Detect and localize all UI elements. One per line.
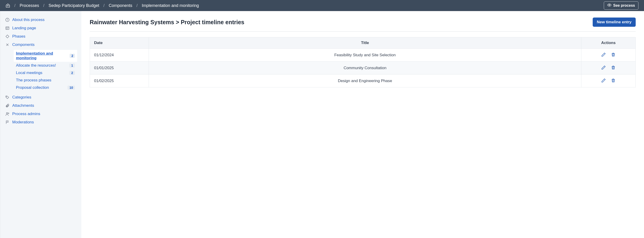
edit-button[interactable] xyxy=(601,78,606,84)
sidebar-item-moderations[interactable]: Moderations xyxy=(4,118,77,126)
breadcrumb-process-name[interactable]: Sedep Participatory Budget xyxy=(48,3,99,8)
svg-point-0 xyxy=(8,5,8,6)
sidebar-sub-allocate[interactable]: Allocate the resources! 1 xyxy=(14,62,77,69)
sidebar-item-landing[interactable]: Landing page xyxy=(4,24,77,32)
table-row: 01/01/2025Community Consultation xyxy=(90,62,636,75)
col-title: Title xyxy=(149,37,581,49)
cell-date: 01/01/2025 xyxy=(90,62,149,75)
cell-actions xyxy=(581,75,636,87)
trash-icon xyxy=(611,80,616,84)
timeline-table: Date Title Actions 01/12/2024Feasibility… xyxy=(90,37,636,87)
sidebar: About this process Landing page Phases xyxy=(0,11,81,238)
trash-icon xyxy=(611,67,616,71)
main-content: Rainwater Harvesting Systems > Project t… xyxy=(81,11,644,238)
eye-icon xyxy=(607,3,612,8)
svg-point-10 xyxy=(8,113,9,114)
components-sublist: Implementation and monitoring 2 Allocate… xyxy=(14,50,77,91)
see-process-button[interactable]: See process xyxy=(604,1,638,10)
breadcrumb-separator: / xyxy=(136,3,138,8)
col-actions: Actions xyxy=(581,37,636,49)
sidebar-item-phases[interactable]: Phases xyxy=(4,32,77,41)
count-badge: 2 xyxy=(69,71,75,75)
svg-rect-5 xyxy=(6,27,9,29)
edit-button[interactable] xyxy=(601,52,606,58)
svg-point-4 xyxy=(8,19,8,19)
sidebar-label: Landing page xyxy=(12,26,36,30)
sidebar-label: About this process xyxy=(12,17,44,22)
sidebar-sub-process-phases[interactable]: The process phases xyxy=(14,77,77,84)
sidebar-item-process-admins[interactable]: Process admins xyxy=(4,110,77,118)
count-badge: 2 xyxy=(70,54,75,58)
table-row: 01/02/2025Design and Engineering Phase xyxy=(90,75,636,87)
sidebar-item-categories[interactable]: Categories xyxy=(4,93,77,102)
delete-button[interactable] xyxy=(610,52,616,58)
sidebar-label: Moderations xyxy=(12,120,34,124)
new-timeline-entry-button[interactable]: New timeline entry xyxy=(593,17,636,27)
sidebar-label: Phases xyxy=(12,34,26,39)
pencil-icon xyxy=(601,80,606,84)
user-icon xyxy=(5,112,10,116)
cell-title: Design and Engineering Phase xyxy=(149,75,581,87)
topbar: / Processes / Sedep Participatory Budget… xyxy=(0,0,644,11)
cell-title: Feasibility Study and Site Selection xyxy=(149,49,581,62)
sub-label: Proposal collection xyxy=(16,85,49,90)
sidebar-item-about[interactable]: About this process xyxy=(4,16,77,24)
breadcrumb-components[interactable]: Components xyxy=(109,3,132,8)
breadcrumb-current[interactable]: Implementation and monitoring xyxy=(142,3,199,8)
count-badge: 10 xyxy=(68,86,75,90)
cell-actions xyxy=(581,49,636,62)
breadcrumb-separator: / xyxy=(14,3,16,8)
flag-icon xyxy=(5,120,10,124)
delete-button[interactable] xyxy=(610,65,616,71)
trash-icon xyxy=(611,54,616,58)
layout-icon xyxy=(5,26,10,30)
delete-button[interactable] xyxy=(610,78,616,84)
count-badge: 1 xyxy=(69,63,75,68)
cell-actions xyxy=(581,62,636,75)
sidebar-label: Components xyxy=(12,42,34,47)
sub-label: Local meetings xyxy=(16,71,42,75)
sidebar-label: Categories xyxy=(12,95,31,100)
breadcrumb-separator: / xyxy=(103,3,104,8)
tools-icon xyxy=(5,43,10,47)
col-date: Date xyxy=(90,37,149,49)
edit-button[interactable] xyxy=(601,65,606,71)
svg-point-9 xyxy=(6,113,8,114)
sidebar-label: Process admins xyxy=(12,112,40,116)
breadcrumb-processes[interactable]: Processes xyxy=(20,3,39,8)
pencil-icon xyxy=(601,54,606,58)
sidebar-sub-implementation[interactable]: Implementation and monitoring 2 xyxy=(14,50,77,62)
main-header: Rainwater Harvesting Systems > Project t… xyxy=(90,17,636,32)
sidebar-sub-local-meetings[interactable]: Local meetings 2 xyxy=(14,69,77,77)
cell-date: 01/12/2024 xyxy=(90,49,149,62)
sidebar-item-components[interactable]: Components xyxy=(4,41,77,49)
cell-title: Community Consultation xyxy=(149,62,581,75)
svg-point-1 xyxy=(609,4,610,6)
cell-date: 01/02/2025 xyxy=(90,75,149,87)
home-icon[interactable] xyxy=(6,3,10,8)
sub-label: The process phases xyxy=(16,78,51,83)
pencil-icon xyxy=(601,67,606,71)
sidebar-sub-proposal-collection[interactable]: Proposal collection 10 xyxy=(14,84,77,91)
sub-label: Allocate the resources! xyxy=(16,63,56,68)
paperclip-icon xyxy=(5,104,10,108)
svg-point-8 xyxy=(6,96,7,97)
see-process-label: See process xyxy=(613,3,635,8)
info-icon xyxy=(5,18,10,22)
breadcrumb-separator: / xyxy=(43,3,44,8)
sidebar-label: Attachments xyxy=(12,103,34,108)
sub-label: Implementation and monitoring xyxy=(16,51,70,60)
sidebar-item-attachments[interactable]: Attachments xyxy=(4,102,77,110)
breadcrumb: / Processes / Sedep Participatory Budget… xyxy=(6,3,199,8)
table-row: 01/12/2024Feasibility Study and Site Sel… xyxy=(90,49,636,62)
tag-icon xyxy=(5,95,10,99)
page-title: Rainwater Harvesting Systems > Project t… xyxy=(90,19,244,26)
diamond-icon xyxy=(5,34,10,38)
